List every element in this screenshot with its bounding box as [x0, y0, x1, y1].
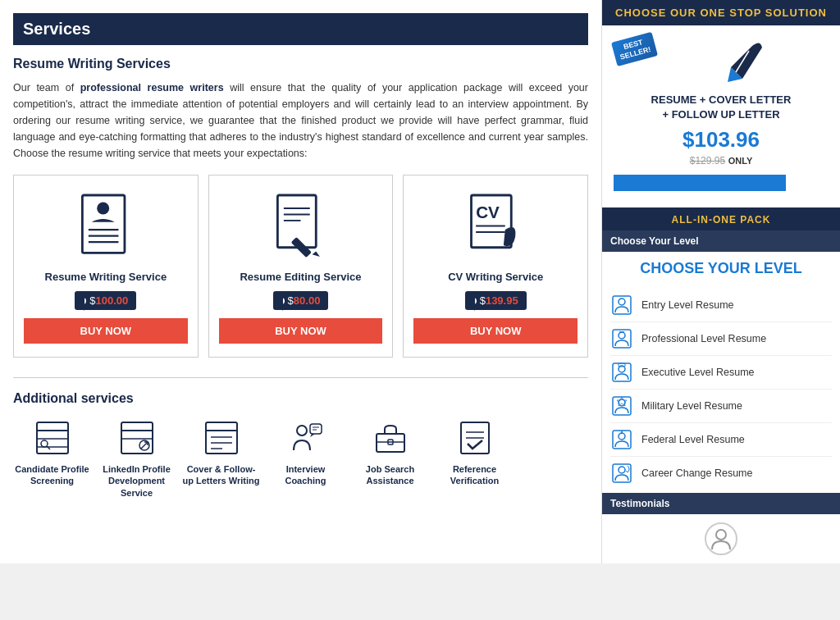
buy-now-resume-editing[interactable]: BUY NOW — [219, 318, 383, 344]
interview-coaching-icon — [285, 417, 326, 458]
price-tag-cv-writing: $139.95 — [465, 291, 527, 310]
additional-service-linkedin[interactable]: LinkedIn Profile Development Service — [98, 417, 176, 499]
linkedin-icon — [116, 417, 158, 458]
svg-marker-53 — [617, 397, 627, 406]
interview-coaching-label: Interview Coaching — [267, 463, 345, 487]
resume-editing-icon — [268, 189, 334, 262]
career-change-level-label: Career Change Resume — [641, 467, 753, 479]
job-search-label: Job Search Assistance — [351, 463, 429, 487]
price-tag-resume-editing: $80.00 — [273, 291, 329, 310]
cover-letter-icon — [201, 417, 242, 458]
level-item-career-change[interactable]: Career Change Resume — [610, 457, 832, 490]
svg-point-19 — [41, 440, 48, 447]
testimonial-area — [602, 514, 840, 563]
level-item-entry[interactable]: Entry Level Resume — [610, 289, 832, 322]
intro-paragraph: Our team of professional resume writers … — [13, 80, 588, 162]
promo-original-price: $129.95 — [690, 155, 725, 166]
promo-buy-button[interactable] — [614, 175, 786, 191]
federal-level-label: Federal Level Resume — [641, 434, 745, 445]
linkedin-label: LinkedIn Profile Development Service — [98, 463, 176, 499]
promo-pen-icon — [717, 37, 766, 86]
resume-section-title: Resume Writing Services — [13, 57, 588, 71]
additional-service-interview[interactable]: Interview Coaching — [267, 417, 345, 499]
best-seller-badge: BESTSELLER! — [614, 37, 655, 62]
svg-point-46 — [619, 332, 625, 339]
federal-level-icon — [610, 428, 633, 451]
best-seller-ribbon: BESTSELLER! — [611, 32, 657, 66]
entry-level-label: Entry Level Resume — [641, 299, 734, 311]
level-item-federal[interactable]: Federal Level Resume — [610, 423, 832, 457]
svg-point-58 — [619, 467, 625, 473]
svg-marker-10 — [313, 251, 320, 257]
svg-point-1 — [98, 202, 110, 214]
entry-level-icon — [610, 294, 633, 317]
level-item-executive[interactable]: Executive Level Resume — [610, 356, 832, 390]
additional-service-job-search[interactable]: Job Search Assistance — [351, 417, 429, 499]
promo-title: RESUME + COVER LETTER+ FOLLOW UP LETTER — [614, 93, 829, 122]
price-value-resume-writing: 100.00 — [96, 294, 129, 307]
svg-text:CV: CV — [476, 203, 500, 221]
buy-now-resume-writing[interactable]: BUY NOW — [24, 318, 188, 344]
service-name-resume-editing: Resume Editing Service — [219, 271, 383, 283]
testimonials-header: Testimonials — [602, 493, 840, 514]
additional-service-candidate-profile[interactable]: Candidate Profile Screening — [13, 417, 91, 499]
additional-services-title: Additional services — [13, 388, 588, 406]
main-content: Services Resume Writing Services Our tea… — [0, 0, 602, 563]
svg-rect-37 — [377, 434, 404, 452]
service-card-resume-writing: Resume Writing Service $100.00 BUY NOW — [13, 175, 199, 358]
page-title: Services — [13, 13, 588, 45]
additional-service-cover-letter[interactable]: Cover & Follow-up Letters Writing — [182, 417, 260, 499]
service-name-resume-writing: Resume Writing Service — [24, 271, 188, 283]
buy-now-cv-writing[interactable]: BUY NOW — [413, 318, 578, 344]
professional-level-label: Professional Level Resume — [641, 333, 766, 344]
level-item-military[interactable]: Military Level Resume — [610, 390, 832, 423]
choose-level-header: Choose Your Level — [602, 230, 840, 252]
all-in-one-label: ALL-IN-ONE PACK — [602, 209, 840, 230]
executive-level-icon — [610, 361, 633, 384]
professional-level-icon — [610, 327, 633, 350]
promo-box: BESTSELLER! RESUME + COVER LETTER+ FOLLO… — [602, 25, 840, 209]
testimonial-avatar — [705, 522, 737, 555]
service-card-resume-editing: Resume Editing Service $80.00 BUY NOW — [208, 175, 394, 358]
promo-only-label: ONLY — [728, 156, 753, 166]
svg-line-25 — [141, 442, 148, 449]
candidate-profile-label: Candidate Profile Screening — [13, 463, 91, 487]
svg-rect-34 — [310, 424, 322, 434]
reference-verification-icon — [454, 417, 495, 458]
candidate-profile-icon — [32, 417, 73, 458]
resume-writing-icon — [73, 189, 139, 262]
cv-writing-icon: CV — [463, 189, 528, 262]
service-cards-container: Resume Writing Service $100.00 BUY NOW — [13, 175, 588, 358]
sidebar: CHOOSE OUR ONE STOP SOLUTION BESTSELLER! — [602, 0, 840, 563]
price-tag-resume-writing: $100.00 — [75, 291, 136, 310]
level-item-professional[interactable]: Professional Level Resume — [610, 322, 832, 356]
svg-point-55 — [619, 433, 625, 440]
svg-point-60 — [716, 530, 726, 540]
additional-services-container: Candidate Profile Screening Linke — [13, 417, 588, 499]
career-change-level-icon — [610, 462, 633, 485]
job-search-icon — [370, 417, 411, 458]
svg-point-33 — [297, 426, 307, 435]
service-name-cv-writing: CV Writing Service — [413, 271, 578, 283]
promo-price: $103.96 — [682, 127, 760, 152]
level-list: Entry Level Resume Professional Level Re… — [602, 285, 840, 493]
service-card-cv-writing: CV CV Writing Service $139.95 BUY NOW — [403, 175, 588, 358]
svg-rect-15 — [37, 422, 68, 454]
price-value-cv-writing: 139.95 — [486, 294, 518, 307]
price-value-resume-editing: 80.00 — [294, 294, 321, 307]
additional-service-reference[interactable]: Reference Verification — [436, 417, 514, 499]
svg-point-44 — [619, 299, 625, 305]
choose-level-title: CHOOSE YOUR LEVEL — [602, 252, 840, 285]
reference-verification-label: Reference Verification — [436, 463, 514, 487]
svg-line-59 — [626, 471, 628, 472]
military-level-icon — [610, 394, 633, 417]
executive-level-label: Executive Level Resume — [641, 367, 755, 378]
cover-letter-label: Cover & Follow-up Letters Writing — [182, 463, 260, 487]
military-level-label: Military Level Resume — [641, 400, 742, 412]
sidebar-header: CHOOSE OUR ONE STOP SOLUTION — [602, 0, 840, 25]
